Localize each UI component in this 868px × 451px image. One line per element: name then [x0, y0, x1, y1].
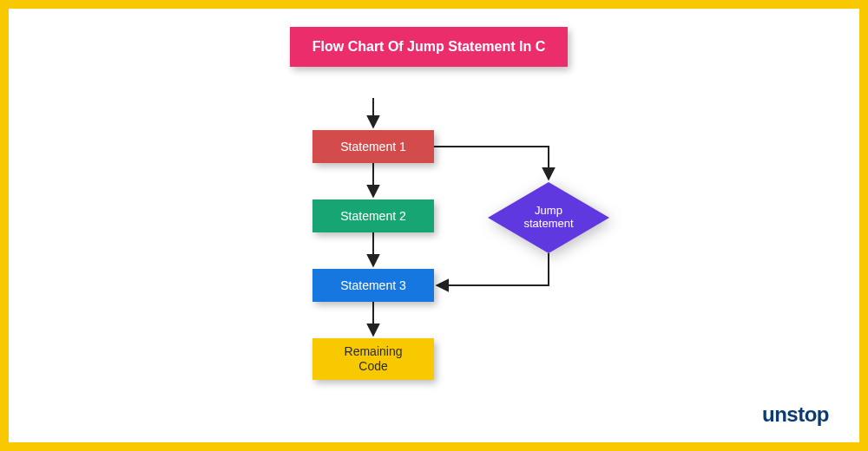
jump-diamond: Jump statement — [488, 182, 609, 253]
outer-frame: Flow Chart Of Jump Statement In C Statem… — [0, 0, 868, 451]
remaining-code-box: Remaining Code — [312, 338, 434, 380]
remaining-code-line2: Code — [358, 359, 387, 374]
arrows-layer — [9, 9, 859, 442]
remaining-code-line1: Remaining — [345, 344, 403, 359]
statement-1-box: Statement 1 — [312, 130, 434, 163]
jump-label-line1: Jump — [535, 205, 562, 218]
brand-accent: un — [762, 402, 786, 427]
statement-3-box: Statement 3 — [312, 269, 434, 302]
brand-rest: stop — [786, 402, 829, 427]
brand-logo: unstop — [762, 402, 829, 427]
statement-2-box: Statement 2 — [312, 199, 434, 232]
diagram-title: Flow Chart Of Jump Statement In C — [290, 27, 568, 67]
jump-label-line2: statement — [523, 218, 573, 231]
